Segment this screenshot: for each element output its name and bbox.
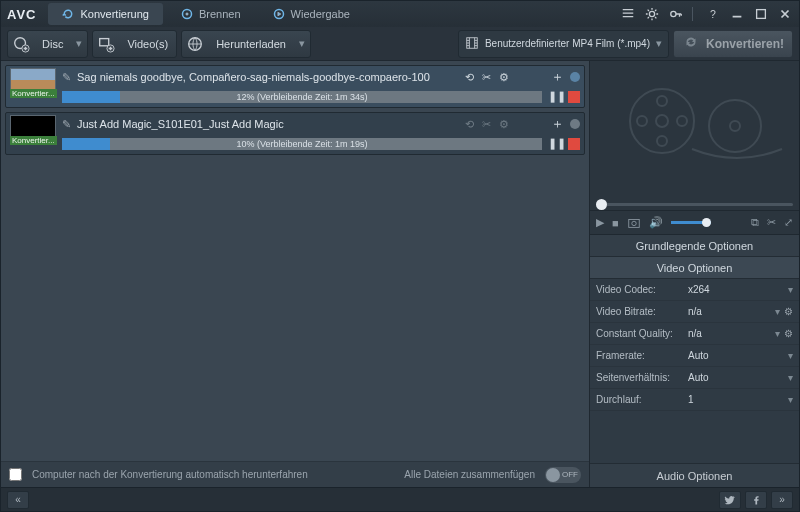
timeline-knob[interactable] [596,199,607,210]
option-row[interactable]: Framerate: Auto ▾ [590,345,799,367]
svg-point-20 [730,121,740,131]
shutdown-checkbox[interactable] [9,468,22,481]
thumbnail[interactable]: Konvertier... [10,68,56,98]
svg-point-18 [677,116,687,126]
option-row[interactable]: Seitenverhältnis: Auto ▾ [590,367,799,389]
add-disc-label: Disc [34,38,71,50]
item-title: Sag niemals goodbye, Compañero-sag-niema… [77,71,459,83]
chevron-down-icon[interactable]: ▾ [775,306,780,317]
svg-rect-21 [628,219,639,227]
convert-button[interactable]: Konvertieren! [673,30,793,58]
option-label: Video Codec: [596,284,684,295]
chevron-down-icon[interactable]: ▾ [775,328,780,339]
divider [692,7,693,21]
chevron-down-icon[interactable]: ▾ [788,372,793,383]
expand-icon[interactable]: ⤢ [784,216,793,229]
pause-button[interactable]: ❚❚ [548,137,562,150]
option-row[interactable]: Video Bitrate: n/a ▾ ⚙ [590,301,799,323]
play-icon [273,8,285,20]
globe-icon [182,31,208,57]
refresh-icon [62,8,74,20]
svg-point-15 [657,96,667,106]
trim-icon[interactable]: ✂ [767,216,776,229]
add-videos-label: Video(s) [119,38,176,50]
svg-point-19 [709,100,761,152]
player-play-button[interactable]: ▶ [596,216,604,229]
svg-point-3 [649,11,654,16]
option-row[interactable]: Video Codec: x264 ▾ [590,279,799,301]
volume-slider[interactable] [671,221,711,224]
edit-icon[interactable]: ✎ [62,118,71,131]
basic-options-header[interactable]: Grundlegende Optionen [590,235,799,257]
chevron-down-icon: ▾ [656,37,662,50]
tab-convert[interactable]: Konvertierung [48,3,163,25]
list-item[interactable]: Konvertier... ✎ Just Add Magic_S101E01_J… [5,112,585,155]
collapse-left-icon[interactable]: « [7,491,29,509]
svg-point-1 [186,13,188,15]
option-label: Durchlauf: [596,394,684,405]
tab-burn[interactable]: Brennen [167,3,255,25]
disc-add-icon [8,31,34,57]
output-format-label: Benutzerdefinierter MP4 Film (*.mp4) [485,38,650,49]
snapshot-button[interactable] [627,216,641,230]
edit-icon[interactable]: ✎ [62,71,71,84]
add-videos-button[interactable]: Video(s) [92,30,177,58]
facebook-icon[interactable] [745,491,767,509]
timeline-track[interactable] [596,203,793,206]
key-icon[interactable] [668,6,684,22]
chevron-down-icon[interactable]: ▾ [788,284,793,295]
help-icon[interactable]: ? [705,6,721,22]
film-icon [465,36,479,52]
tab-burn-label: Brennen [199,8,241,20]
option-label: Video Bitrate: [596,306,684,317]
thumbnail[interactable]: Konvertier... [10,115,56,145]
progress-text: 10% (Verbleibende Zeit: 1m 19s) [62,138,542,150]
add-disc-button[interactable]: Disc ▾ [7,30,88,58]
player-stop-button[interactable]: ■ [612,217,619,229]
status-dot [570,72,580,82]
maximize-icon[interactable] [753,6,769,22]
chevron-down-icon[interactable]: ▾ [788,350,793,361]
download-label: Herunterladen [208,38,294,50]
svg-point-14 [656,115,668,127]
list-item[interactable]: Konvertier... ✎ Sag niemals goodbye, Com… [5,65,585,108]
expand-right-icon[interactable]: » [771,491,793,509]
volume-icon[interactable]: 🔊 [649,216,663,229]
close-icon[interactable] [777,6,793,22]
option-label: Seitenverhältnis: [596,372,684,383]
cut-icon[interactable]: ✂ [482,118,491,131]
option-row[interactable]: Constant Quality: n/a ▾ ⚙ [590,323,799,345]
gear-icon[interactable]: ⚙ [784,306,793,317]
chevron-down-icon[interactable]: ▾ [788,394,793,405]
audio-options-header[interactable]: Audio Optionen [590,463,799,487]
item-title: Just Add Magic_S101E01_Just Add Magic [77,118,459,130]
chevron-down-icon: ▾ [71,37,87,50]
loop-icon[interactable]: ⟲ [465,71,474,84]
tab-play[interactable]: Wiedergabe [259,3,364,25]
settings-icon[interactable] [644,6,660,22]
add-icon[interactable]: ＋ [551,68,564,86]
add-icon[interactable]: ＋ [551,115,564,133]
tools-icon[interactable]: ⚙ [499,118,509,131]
merge-toggle[interactable]: OFF [545,467,581,483]
svg-rect-9 [100,38,109,45]
list-icon[interactable] [620,6,636,22]
merge-toggle-state: OFF [562,470,578,479]
gear-icon[interactable]: ⚙ [784,328,793,339]
pause-button[interactable]: ❚❚ [548,90,562,103]
cut-icon[interactable]: ✂ [482,71,491,84]
tools-icon[interactable]: ⚙ [499,71,509,84]
option-value: x264 [688,284,784,295]
download-button[interactable]: Herunterladen ▾ [181,30,311,58]
option-row[interactable]: Durchlauf: 1 ▾ [590,389,799,411]
link-icon[interactable]: ⧉ [751,216,759,229]
stop-button[interactable] [568,138,580,150]
twitter-icon[interactable] [719,491,741,509]
minimize-icon[interactable] [729,6,745,22]
svg-text:?: ? [710,8,716,20]
video-options-header[interactable]: Video Optionen [590,257,799,279]
loop-icon[interactable]: ⟲ [465,118,474,131]
disc-icon [181,8,193,20]
output-format-selector[interactable]: Benutzerdefinierter MP4 Film (*.mp4) ▾ [458,30,669,58]
stop-button[interactable] [568,91,580,103]
